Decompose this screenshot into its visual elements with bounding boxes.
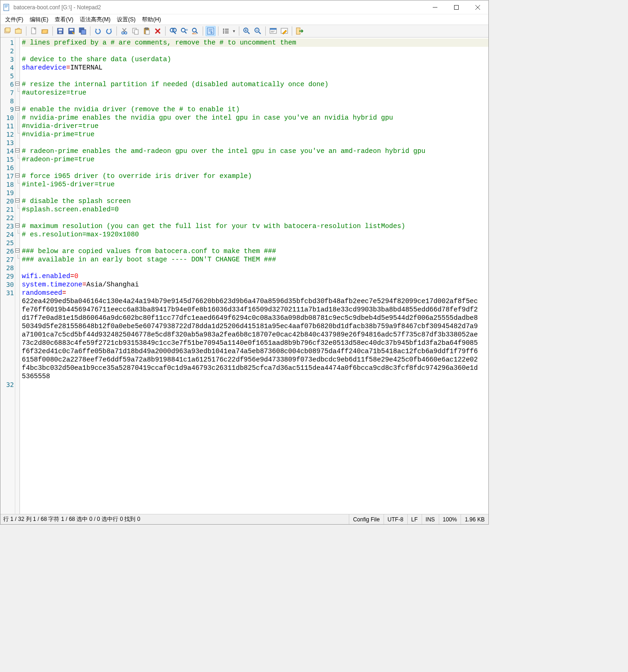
fold-marker[interactable] [15, 63, 19, 71]
line-number[interactable]: 9 [0, 105, 14, 114]
code-line[interactable]: # enable the nvidia driver (remove the #… [22, 105, 488, 114]
open-recent-icon[interactable] [13, 26, 24, 36]
code-line[interactable]: ### available in an early boot stage ---… [22, 255, 488, 264]
fold-marker[interactable] [15, 38, 19, 46]
redo-icon[interactable] [104, 26, 114, 36]
customize-icon[interactable] [279, 26, 289, 36]
menu-view[interactable]: 查看(V) [52, 15, 76, 25]
status-ovr[interactable]: INS [422, 514, 439, 524]
line-number[interactable]: 31 [0, 289, 14, 297]
line-number[interactable]: 21 [0, 205, 14, 214]
code-line-wrapped[interactable]: 73c2d80c6883c4fe59f2721cb93153849c1cc3e7… [22, 339, 488, 347]
fold-marker[interactable] [15, 79, 19, 88]
code-line[interactable]: #nvidia-driver=true [22, 122, 488, 130]
code-line-wrapped[interactable]: 6158f0080c2a2278eef7e6ddf59a72a8b9198841… [22, 355, 488, 364]
code-line[interactable]: #splash.screen.enabled=0 [22, 205, 488, 214]
fold-marker[interactable] [15, 46, 19, 54]
exit-icon[interactable] [295, 26, 305, 36]
code-line[interactable] [22, 47, 488, 55]
status-position[interactable]: 行 1 / 32 列 1 / 68 字符 1 / 68 选中 0 / 0 选中行… [0, 515, 349, 523]
line-number[interactable]: 10 [0, 114, 14, 122]
line-number[interactable]: 13 [0, 139, 14, 147]
line-number[interactable]: 32 [0, 380, 14, 389]
code-line[interactable]: #autoresize=true [22, 89, 488, 97]
code-line[interactable] [22, 189, 488, 197]
zoom-out-icon[interactable] [253, 26, 263, 36]
find-icon[interactable] [168, 26, 178, 36]
replace-icon[interactable]: abc [190, 26, 200, 36]
line-number[interactable]: 20 [0, 197, 14, 205]
code-line-wrapped[interactable]: a71001ca7c5cd5bf44d9324825046778e5cd8f32… [22, 330, 488, 339]
copy-icon[interactable] [130, 26, 141, 36]
fold-marker[interactable] [15, 121, 19, 129]
line-number[interactable]: 29 [0, 272, 14, 280]
code-line[interactable]: randomseed= [22, 289, 488, 297]
code-line[interactable] [22, 380, 488, 389]
find-prev-next-icon[interactable]: ab [179, 26, 189, 36]
line-number[interactable]: 16 [0, 164, 14, 172]
menu-syntax[interactable]: 语法高亮(M) [77, 15, 113, 25]
fold-marker[interactable] [15, 104, 19, 113]
code-line[interactable]: wifi.enabled=0 [22, 272, 488, 280]
fold-marker[interactable] [15, 71, 19, 79]
code-line-wrapped[interactable]: f6f32ed41c0c7a6ffe05b8a71d18bd49a2000d96… [22, 347, 488, 355]
line-number[interactable]: 19 [0, 189, 14, 197]
fold-marker[interactable] [15, 279, 19, 288]
line-number[interactable]: 17 [0, 172, 14, 180]
fold-marker[interactable] [15, 263, 19, 271]
save-icon[interactable] [55, 26, 65, 36]
minimize-button[interactable] [424, 0, 446, 14]
code-line[interactable]: #nvidia-prime=true [22, 130, 488, 139]
code-line[interactable]: # lines prefixed by a # are comments, re… [22, 38, 488, 47]
line-number[interactable]: 27 [0, 255, 14, 264]
code-line[interactable]: # es.resolution=max-1920x1080 [22, 230, 488, 239]
code-line-wrapped[interactable]: f4bc3bc032d50ea1b9cce35a52870419ccaf0c1d… [22, 364, 488, 372]
status-zoom[interactable]: 100% [439, 514, 461, 524]
code-line[interactable]: # device to the share data (userdata) [22, 55, 488, 63]
line-number[interactable]: 30 [0, 280, 14, 289]
menu-help[interactable]: 帮助(H) [139, 15, 164, 25]
line-number[interactable]: 8 [0, 97, 14, 105]
code-line[interactable]: # radeon-prime enables the amd-radeon gp… [22, 147, 488, 155]
delete-icon[interactable] [153, 26, 163, 36]
line-number[interactable]: 26 [0, 247, 14, 255]
status-eol[interactable]: LF [407, 514, 422, 524]
fold-marker[interactable] [15, 221, 19, 229]
code-line[interactable]: system.timezone=Asia/Shanghai [22, 280, 488, 289]
fold-marker[interactable] [15, 163, 19, 171]
fold-marker[interactable] [15, 171, 19, 179]
menu-file[interactable]: 文件(F) [2, 15, 26, 25]
line-number[interactable]: 24 [0, 230, 14, 239]
fold-marker[interactable] [15, 288, 19, 296]
code-line[interactable] [22, 239, 488, 247]
maximize-button[interactable] [446, 0, 467, 14]
fold-marker[interactable] [15, 154, 19, 163]
cut-icon[interactable] [119, 26, 129, 36]
code-line[interactable]: # resize the internal partition if neede… [22, 80, 488, 89]
status-scheme[interactable]: Config File [349, 514, 383, 524]
line-number[interactable]: 1 [0, 38, 14, 47]
line-number[interactable]: 23 [0, 222, 14, 230]
fold-marker[interactable] [15, 129, 19, 138]
line-number[interactable]: 14 [0, 147, 14, 155]
fold-marker[interactable] [15, 54, 19, 63]
bullets-dropdown[interactable]: ▼ [231, 26, 237, 36]
new-file-icon[interactable] [29, 26, 39, 36]
code-line[interactable] [22, 214, 488, 222]
fold-marker[interactable] [15, 380, 19, 388]
fold-marker[interactable] [15, 88, 19, 96]
bullets-icon[interactable] [221, 26, 231, 36]
code-line[interactable]: # disable the splash screen [22, 197, 488, 205]
close-button[interactable] [467, 0, 488, 14]
line-number[interactable]: 6 [0, 80, 14, 89]
fold-marker[interactable] [15, 196, 19, 204]
menu-settings[interactable]: 设置(S) [114, 15, 138, 25]
code-line-wrapped[interactable]: 50349d5fe281558648b12f0a0ebe5e6074793872… [22, 322, 488, 330]
text-editor[interactable]: # lines prefixed by a # are comments, re… [20, 38, 488, 514]
code-line[interactable]: # nvidia-prime enables the nvidia gpu ov… [22, 114, 488, 122]
code-line[interactable] [22, 97, 488, 105]
zoom-in-icon[interactable] [242, 26, 252, 36]
fold-marker[interactable] [15, 229, 19, 238]
open-file-icon[interactable] [40, 26, 50, 36]
line-number-gutter[interactable]: 1234567891011121314151617181920212223242… [0, 38, 15, 514]
